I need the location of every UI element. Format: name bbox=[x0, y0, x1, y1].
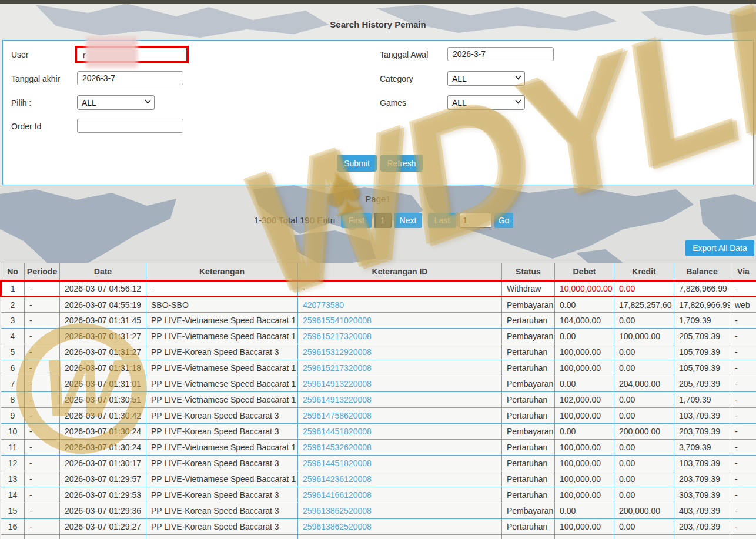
cell-date: 2026-03-07 01:30:51 bbox=[60, 392, 146, 408]
cell-via: - bbox=[730, 471, 756, 487]
keterangan-id-link[interactable]: 259615217320008 bbox=[303, 363, 372, 373]
cell-no: 11 bbox=[1, 440, 25, 456]
cell-kredit: 0.00 bbox=[614, 487, 674, 503]
user-input-value[interactable]: r bbox=[83, 51, 86, 60]
cell-via: - bbox=[730, 487, 756, 503]
cell-debet: 10,000,000.00 bbox=[555, 281, 614, 297]
cell-keterangan: PP LIVE-Vietnamese Speed Baccarat 1 bbox=[146, 392, 298, 408]
export-all-data-button[interactable]: Export All Data bbox=[685, 240, 754, 256]
keterangan-id-link[interactable]: 259613862520008 bbox=[303, 506, 372, 515]
games-select[interactable]: ALL bbox=[447, 95, 525, 110]
keterangan-id-link[interactable]: 259614913220008 bbox=[303, 395, 372, 404]
cell-periode: - bbox=[25, 519, 60, 535]
pilih-select[interactable]: ALL bbox=[77, 95, 155, 110]
cell-kredit: 0.00 bbox=[614, 313, 674, 329]
cell-no: 5 bbox=[1, 344, 25, 360]
page-title: Search History Pemain bbox=[0, 19, 756, 29]
cell-balance: 203,709.39 bbox=[674, 519, 730, 535]
pagination-next-button[interactable]: Next bbox=[394, 213, 422, 228]
cell-via: - bbox=[730, 376, 756, 392]
category-select[interactable]: ALL bbox=[447, 71, 525, 86]
cell-periode bbox=[25, 535, 60, 539]
order-id-input[interactable] bbox=[77, 119, 183, 133]
cell-keterangan-id: 420773580 bbox=[298, 297, 502, 313]
cell-status: Pembayaran bbox=[502, 376, 555, 392]
table-row: 16-2026-03-07 01:29:27PP LIVE-Korean Spe… bbox=[1, 519, 756, 535]
cell-debet: 0.00 bbox=[555, 297, 614, 313]
cell-balance: 7,826,966.99 bbox=[674, 281, 730, 297]
cell-periode: - bbox=[25, 376, 60, 392]
submit-button[interactable]: Submit bbox=[337, 155, 377, 172]
keterangan-id-link[interactable]: 259614451820008 bbox=[303, 427, 372, 436]
cell-no: 1 bbox=[1, 281, 25, 297]
cell-debet: 0.00 bbox=[555, 503, 614, 519]
cell-via: - bbox=[730, 456, 756, 471]
cell-date: 2026-03-07 01:31:27 bbox=[60, 329, 146, 344]
pagination-go-button[interactable]: Go bbox=[494, 213, 513, 228]
keterangan-id-link[interactable]: 259615217320008 bbox=[303, 332, 372, 341]
cell-balance: 17,826,966.99 bbox=[674, 297, 730, 313]
cell-no: 7 bbox=[1, 376, 25, 392]
pagination-current-page[interactable]: 1 bbox=[374, 213, 392, 228]
cell-keterangan: PP LIVE-Vietnamese Speed Baccarat 1 bbox=[146, 329, 298, 344]
cell-kredit: 17,825,257.60 bbox=[614, 297, 674, 313]
cell-via: web bbox=[730, 297, 756, 313]
cell-via: - bbox=[730, 440, 756, 456]
keterangan-id-link[interactable]: 259615541020008 bbox=[303, 316, 372, 325]
table-row: 6-2026-03-07 01:31:18PP LIVE-Vietnamese … bbox=[1, 360, 756, 376]
keterangan-id-link[interactable]: 259613862520008 bbox=[303, 522, 372, 531]
keterangan-id-link[interactable]: 259614532620008 bbox=[303, 443, 372, 452]
cell-periode: - bbox=[25, 392, 60, 408]
cell-status: Pertaruhan bbox=[502, 440, 555, 456]
page: { "header": { "title": "Search History P… bbox=[0, 0, 756, 539]
cell-status: Pembayaran bbox=[502, 297, 555, 313]
cell-keterangan-id: 259614913220008 bbox=[298, 392, 502, 408]
keterangan-id-link[interactable]: 259615312920008 bbox=[303, 347, 372, 357]
cell-periode: - bbox=[25, 329, 60, 344]
table-row: 15-2026-03-07 01:29:36PP LIVE-Korean Spe… bbox=[1, 503, 756, 519]
order-id-label: Order Id bbox=[11, 122, 41, 131]
table-row: 13-2026-03-07 01:29:57PP LIVE-Vietnamese… bbox=[1, 471, 756, 487]
column-header-status: Status bbox=[502, 263, 555, 281]
cell-status: Pertaruhan bbox=[502, 487, 555, 503]
keterangan-id-link[interactable]: 259614913220008 bbox=[303, 379, 372, 389]
cell-kredit bbox=[614, 535, 674, 539]
cell-balance: 1,709.39 bbox=[674, 313, 730, 329]
cell-balance: 205,709.39 bbox=[674, 329, 730, 344]
column-header-keterangan: Keterangan bbox=[146, 263, 298, 281]
cell-periode: - bbox=[25, 360, 60, 376]
cell-kredit: 100,000.00 bbox=[614, 329, 674, 344]
cell-balance: 205,709.39 bbox=[674, 376, 730, 392]
cell-no: 9 bbox=[1, 408, 25, 424]
keterangan-id-link[interactable]: 259614451820008 bbox=[303, 458, 372, 468]
cell-date: 2026-03-07 04:55:19 bbox=[60, 297, 146, 313]
tanggal-akhir-input[interactable] bbox=[77, 71, 183, 85]
page-number-input[interactable] bbox=[460, 213, 491, 228]
table-header-row: NoPeriodeDateKeteranganKeterangan IDStat… bbox=[1, 263, 756, 281]
cell-kredit: 0.00 bbox=[614, 408, 674, 424]
cell-via: - bbox=[730, 360, 756, 376]
cell-balance: 203,709.39 bbox=[674, 471, 730, 487]
cell-status: Pertaruhan bbox=[502, 456, 555, 471]
keterangan-id-link[interactable]: 259614758620008 bbox=[303, 411, 372, 420]
cell-balance: 105,709.39 bbox=[674, 344, 730, 360]
keterangan-id-link[interactable]: 259614166120008 bbox=[303, 490, 372, 500]
refresh-button[interactable]: Refresh bbox=[380, 155, 423, 172]
result-range-text: 1-300 Total 190 Entri bbox=[0, 215, 335, 225]
pagination-first-button[interactable]: First bbox=[341, 213, 372, 228]
cell-no: 4 bbox=[1, 329, 25, 344]
pagination-last-button[interactable]: Last bbox=[428, 213, 456, 228]
cell-debet: 100,000.00 bbox=[555, 471, 614, 487]
cell-balance: 3,709.39 bbox=[674, 440, 730, 456]
cell-no: 3 bbox=[1, 313, 25, 329]
keterangan-id-link[interactable]: 259614236120008 bbox=[303, 474, 372, 484]
cell-via: - bbox=[730, 344, 756, 360]
cell-keterangan: PP LIVE-Vietnamese Speed Baccarat 1 bbox=[146, 360, 298, 376]
cell-kredit: 0.00 bbox=[614, 456, 674, 471]
keterangan-id-link[interactable]: 420773580 bbox=[303, 300, 344, 310]
cell-via: - bbox=[730, 313, 756, 329]
cell-no: 12 bbox=[1, 456, 25, 471]
tanggal-awal-input[interactable] bbox=[447, 47, 554, 61]
cell-status: Pembayaran bbox=[502, 329, 555, 344]
cell-debet: 104,000.00 bbox=[555, 313, 614, 329]
